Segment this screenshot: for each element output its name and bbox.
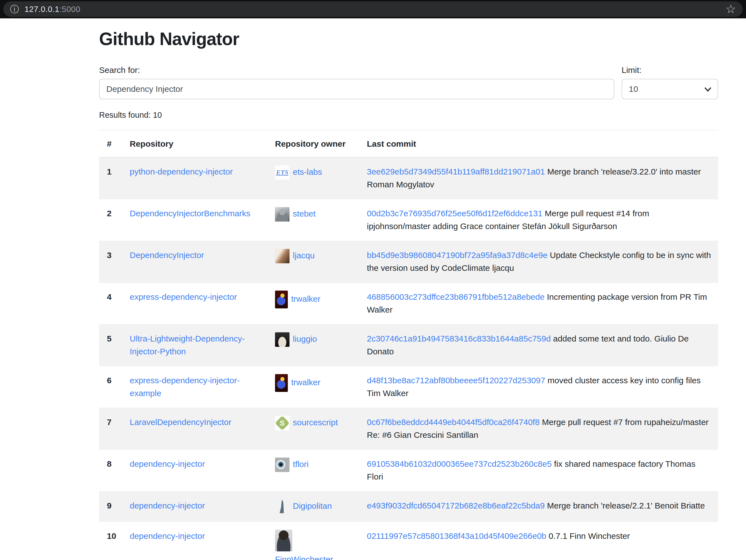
commit-message: 0.7.1 Finn Winchester	[549, 531, 630, 540]
table-row: 10 dependency-injector FinnWinchester 02…	[99, 522, 718, 560]
table-row: 1 python-dependency-injector ETSets-labs…	[99, 157, 718, 199]
search-label: Search for:	[99, 65, 614, 75]
results-tbody: 1 python-dependency-injector ETSets-labs…	[99, 157, 718, 560]
avatar-logo-text: S	[275, 416, 289, 430]
avatar-ljacqu	[275, 249, 289, 263]
column-header-owner: Repository owner	[275, 130, 367, 157]
commit-hash-link[interactable]: 02111997e57c85801368f43a10d45f409e266e0b	[367, 531, 546, 540]
url-text: 127.0.0.1:5000	[25, 5, 81, 14]
repository-link[interactable]: Ultra-Lightweight-Dependency-Injector-Py…	[130, 334, 245, 356]
commit-hash-link[interactable]: 0c67f6be8eddcd4449eb4044f5df0ca26f4740f8	[367, 417, 540, 427]
row-number: 7	[99, 408, 130, 449]
commit-hash-link[interactable]: d48f13be8ac712abf80bbeeee5f120227d253097	[367, 376, 545, 385]
avatar-trwalker	[275, 374, 288, 392]
repository-link[interactable]: express-dependency-injector	[130, 292, 237, 301]
row-number: 8	[99, 449, 130, 491]
avatar-finnwinchester	[275, 530, 292, 551]
results-summary: Results found: 10	[99, 111, 718, 120]
avatar-digipolitan	[275, 499, 289, 514]
repository-link[interactable]: express-dependency-injector-example	[130, 376, 240, 398]
row-number: 6	[99, 366, 130, 408]
table-row: 2 DependencyInjectorBenchmarks stebet 00…	[99, 199, 718, 241]
commit-hash-link[interactable]: e493f9032dfcd65047172b682e8b6eaf22c5bda9	[367, 501, 545, 510]
row-number: 1	[99, 157, 130, 199]
table-row: 3 DependencyInjector ljacqu bb45d9e3b986…	[99, 241, 718, 283]
avatar-stebet	[275, 207, 289, 222]
table-row: 6 express-dependency-injector-example tr…	[99, 366, 718, 408]
url-bar[interactable]: ⓘ 127.0.0.1:5000 ☆	[3, 1, 743, 17]
results-table: # Repository Repository owner Last commi…	[99, 130, 718, 560]
repository-link[interactable]: dependency-injector	[130, 459, 205, 468]
table-row: 8 dependency-injector tflori 69105384b61…	[99, 449, 718, 491]
repository-link[interactable]: LaravelDependencyInjector	[130, 417, 231, 427]
commit-hash-link[interactable]: bb45d9e3b98608047190bf72a95fa9a37d8c4e9e	[367, 250, 548, 260]
url-port: :5000	[59, 5, 80, 13]
commit-hash-link[interactable]: 2c30746c1a91b4947583416c833b1644a85c759d	[367, 334, 551, 343]
table-row: 7 LaravelDependencyInjector Ssourcescrip…	[99, 408, 718, 449]
search-input[interactable]	[99, 79, 614, 99]
avatar-ets-labs: ETS	[275, 165, 289, 180]
owner-link[interactable]: trwalker	[291, 378, 320, 387]
owner-link[interactable]: ets-labs	[293, 167, 322, 176]
owner-link[interactable]: ljacqu	[293, 251, 315, 260]
commit-hash-link[interactable]: 00d2b3c7e76935d76f25ee50f6d1f2ef6ddce131	[367, 209, 543, 218]
table-row: 5 Ultra-Lightweight-Dependency-Injector-…	[99, 324, 718, 366]
column-header-repository: Repository	[130, 130, 275, 157]
chevron-down-icon	[704, 85, 712, 95]
row-number: 2	[99, 199, 130, 241]
limit-selected-value: 10	[629, 84, 638, 94]
bookmark-star-icon[interactable]: ☆	[725, 3, 736, 15]
owner-link[interactable]: liuggio	[293, 334, 317, 344]
page-content: Github Navigator Search for: Limit: 10 R…	[99, 28, 718, 560]
repository-link[interactable]: dependency-injector	[130, 501, 205, 510]
table-row: 9 dependency-injector Digipolitan e493f9…	[99, 491, 718, 522]
repository-link[interactable]: DependencyInjectorBenchmarks	[130, 209, 251, 218]
row-number: 5	[99, 324, 130, 366]
avatar-tflori	[275, 458, 289, 472]
owner-link[interactable]: FinnWinchester	[275, 555, 333, 560]
owner-link[interactable]: stebet	[293, 209, 316, 218]
info-icon[interactable]: ⓘ	[10, 5, 19, 13]
browser-toolbar: ⓘ 127.0.0.1:5000 ☆	[0, 0, 746, 18]
avatar-trwalker	[275, 291, 288, 308]
row-number: 10	[99, 522, 130, 560]
column-header-num: #	[99, 130, 130, 157]
avatar-logo-text: ETS	[275, 165, 289, 180]
owner-link[interactable]: tflori	[293, 460, 309, 469]
row-number: 9	[99, 491, 130, 522]
repository-link[interactable]: dependency-injector	[130, 531, 205, 540]
owner-link[interactable]: Digipolitan	[293, 501, 332, 510]
repository-link[interactable]: DependencyInjector	[130, 250, 204, 260]
commit-message: Merge branch 'release/2.2.1' Benoit Bria…	[547, 501, 705, 510]
page-title: Github Navigator	[99, 28, 718, 50]
commit-hash-link[interactable]: 468856003c273dffce23b86791fbbe512a8ebede	[367, 292, 544, 301]
column-header-commit: Last commit	[367, 130, 718, 157]
owner-link[interactable]: sourcescript	[293, 418, 338, 427]
limit-select[interactable]: 10	[622, 79, 718, 99]
commit-hash-link[interactable]: 69105384b61032d000365ee737cd2523b260c8e5	[367, 459, 552, 468]
owner-link[interactable]: trwalker	[291, 294, 320, 303]
search-form: Search for: Limit: 10	[99, 65, 718, 99]
avatar-sourcescript: S	[275, 416, 289, 430]
commit-hash-link[interactable]: 3ee629eb5d7349d55f41b119aff81dd219071a01	[367, 167, 545, 176]
repository-link[interactable]: python-dependency-injector	[130, 167, 233, 176]
limit-label: Limit:	[622, 65, 718, 75]
table-header-row: # Repository Repository owner Last commi…	[99, 130, 718, 157]
avatar-liuggio	[275, 332, 289, 347]
row-number: 3	[99, 241, 130, 283]
table-row: 4 express-dependency-injector trwalker 4…	[99, 283, 718, 324]
row-number: 4	[99, 283, 130, 324]
